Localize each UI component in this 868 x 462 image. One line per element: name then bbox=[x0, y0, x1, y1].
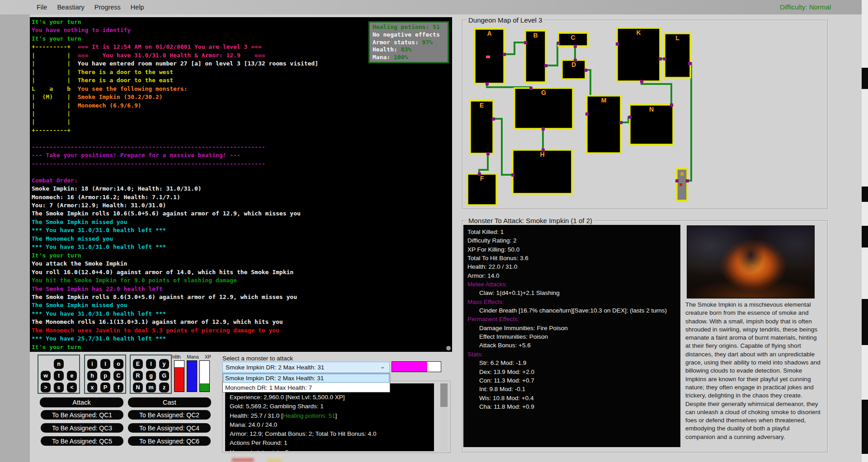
player-stats-text: Experience: 2,960.0 [Next Lvl: 5,500.0 X… bbox=[225, 383, 434, 451]
key-i[interactable]: i bbox=[87, 359, 97, 369]
monster-stat-line: Cinder Breath [16.7% chance/turn][Save:1… bbox=[467, 306, 680, 315]
monster-stat-line: Dex: 13.9 Mod: +2.0 bbox=[467, 368, 680, 376]
select-monster-label: Select a monster to attack bbox=[222, 355, 293, 362]
monster-option-1[interactable]: Smoke Impkin DR: 2 Max Health: 31 bbox=[223, 373, 390, 383]
key-p[interactable]: p bbox=[100, 371, 110, 381]
monster-description: The Smoke Impkin is a mischievous elemen… bbox=[685, 301, 821, 452]
bottom-edge-artifact bbox=[267, 459, 282, 462]
map-room-label: a bbox=[680, 170, 684, 177]
key-n[interactable]: n bbox=[54, 359, 64, 369]
map-room-label: B bbox=[533, 32, 538, 39]
mana-bar bbox=[187, 360, 197, 392]
key-N[interactable]: N bbox=[133, 383, 143, 392]
log-line: It's your turn bbox=[32, 343, 452, 351]
key-G[interactable]: G bbox=[159, 371, 169, 381]
game-log[interactable]: It's your turnYou have nothing to identi… bbox=[30, 17, 452, 352]
map-room-label: L bbox=[675, 34, 679, 42]
key-C[interactable]: C bbox=[113, 371, 123, 381]
monster-stat-line: Con: 11.3 Mod: +0.7 bbox=[467, 376, 680, 385]
map-room-label: M bbox=[601, 97, 607, 104]
log-line: The Monomech missed you bbox=[32, 235, 452, 243]
key-x[interactable]: x bbox=[87, 383, 97, 392]
monster-stat-line: Str: 6.2 Mod: -1.9 bbox=[467, 359, 680, 367]
monster-stat-line: Wis: 10.8 Mod: +0.4 bbox=[467, 394, 680, 402]
map-door bbox=[584, 69, 587, 72]
log-scroll-grip[interactable] bbox=[446, 346, 451, 350]
menu-progress[interactable]: Progress bbox=[90, 1, 126, 14]
key-o[interactable]: o bbox=[113, 359, 123, 369]
attack-button[interactable]: Attack bbox=[40, 397, 123, 407]
log-line: You attack the Smoke Impkin bbox=[32, 260, 452, 268]
player-stat-line: Armor: 12.9; Combat Bonus: 2; Total To H… bbox=[230, 429, 434, 439]
health-bar-label: Hlth bbox=[172, 354, 181, 359]
key-P[interactable]: P bbox=[100, 383, 110, 392]
key-y[interactable]: y bbox=[159, 359, 169, 369]
monster-stat-line: Attack Bonus: +5.6 bbox=[467, 341, 680, 350]
log-line: | | bbox=[32, 110, 452, 118]
log-line: The Smoke Impkin missed you bbox=[32, 218, 452, 226]
map-door bbox=[544, 64, 547, 67]
log-line bbox=[32, 135, 452, 143]
key-I[interactable]: I bbox=[146, 359, 156, 369]
map-room-label: H bbox=[540, 151, 544, 158]
mana-bar-label: Mana bbox=[187, 354, 198, 359]
key-h[interactable]: h bbox=[87, 371, 97, 381]
map-door bbox=[486, 82, 489, 85]
key-s[interactable]: s bbox=[54, 383, 64, 392]
monster-stat-line: Effect Immunities: Poison bbox=[467, 332, 680, 341]
log-line: Combat Order: bbox=[32, 177, 452, 185]
menu-beastiary[interactable]: Beastiary bbox=[52, 1, 89, 14]
monster-stat-header: Stats: bbox=[467, 350, 680, 359]
scrollbar-thumb[interactable] bbox=[440, 383, 448, 407]
monster-combobox[interactable]: Smoke Impkin DR: 2 Max Health: 31 ⌄ bbox=[222, 362, 390, 373]
map-room-label: D bbox=[571, 61, 576, 68]
key-t[interactable]: t bbox=[54, 371, 64, 381]
player-stat-line: Actions Per Round: 1 bbox=[230, 439, 434, 448]
monster-stat-header: Permanent Effects: bbox=[467, 315, 680, 323]
status-line: Mana: 100% bbox=[373, 54, 445, 61]
status-line: Armor status: 97% bbox=[373, 39, 445, 47]
health-bar bbox=[174, 360, 184, 392]
map-door bbox=[640, 80, 643, 83]
qc-button-5[interactable]: To Be Assigned: QC5 bbox=[41, 436, 123, 446]
key->[interactable]: > bbox=[41, 383, 51, 392]
log-line: | (M) | Smoke Impkin (30.2/30.2) bbox=[32, 93, 452, 101]
qc-button-2[interactable]: To Be Assigned: QC2 bbox=[128, 410, 211, 420]
key-w[interactable]: w bbox=[41, 371, 51, 381]
monster-option-2[interactable]: Monomech DR: 1 Max Health: 7 bbox=[223, 383, 390, 392]
map-corridor bbox=[493, 119, 513, 175]
menu-file[interactable]: File bbox=[32, 1, 52, 14]
key-e[interactable]: e bbox=[67, 371, 77, 381]
map-door bbox=[503, 53, 506, 56]
xp-bar-label: XP bbox=[205, 354, 211, 359]
player-stat-line: Health: 25.7 / 31.0 [Healing potions: 51… bbox=[230, 411, 434, 420]
key-E[interactable]: E bbox=[133, 359, 143, 369]
map-corridor bbox=[642, 81, 671, 105]
cast-button[interactable]: Cast bbox=[128, 397, 211, 407]
qc-button-1[interactable]: To Be Assigned: QC1 bbox=[41, 410, 123, 420]
log-line: You: 7 (Armor:12.9; Health: 31.0/31.0) bbox=[32, 201, 452, 210]
monster-stat-line: Total Killed: 1 bbox=[467, 228, 680, 236]
key-l[interactable]: l bbox=[100, 359, 110, 369]
key-f[interactable]: f bbox=[113, 383, 123, 392]
key-<[interactable]: < bbox=[67, 383, 77, 392]
monster-color-swatch bbox=[392, 361, 441, 372]
key-m[interactable]: m bbox=[146, 383, 156, 392]
log-line: You hit the Smoke Impkin for 9.0 points … bbox=[32, 276, 452, 285]
map-door bbox=[557, 42, 560, 45]
log-line: ----------------------------------------… bbox=[32, 160, 452, 168]
map-door bbox=[486, 152, 490, 155]
menu-help[interactable]: Help bbox=[126, 1, 149, 14]
log-line: *** You have 31.0/31.0 health left *** bbox=[32, 243, 452, 251]
player-stats-scrollbar[interactable] bbox=[440, 383, 448, 451]
window-left-margin bbox=[0, 14, 30, 462]
log-line: *** You have 31.0/31.0 health left *** bbox=[32, 226, 452, 234]
key-g[interactable]: g bbox=[146, 371, 156, 381]
qc-button-3[interactable]: To Be Assigned: QC3 bbox=[41, 423, 123, 433]
qc-button-4[interactable]: To Be Assigned: QC4 bbox=[128, 423, 211, 433]
log-line: The Smoke Impkin rolls 10.6(5.0+5.6) aga… bbox=[32, 210, 452, 218]
log-line: | | There is a door to the west bbox=[32, 68, 452, 76]
key-z[interactable]: z bbox=[159, 383, 169, 392]
key-R[interactable]: R bbox=[133, 371, 143, 381]
qc-button-6[interactable]: To Be Assigned: QC6 bbox=[128, 436, 211, 446]
